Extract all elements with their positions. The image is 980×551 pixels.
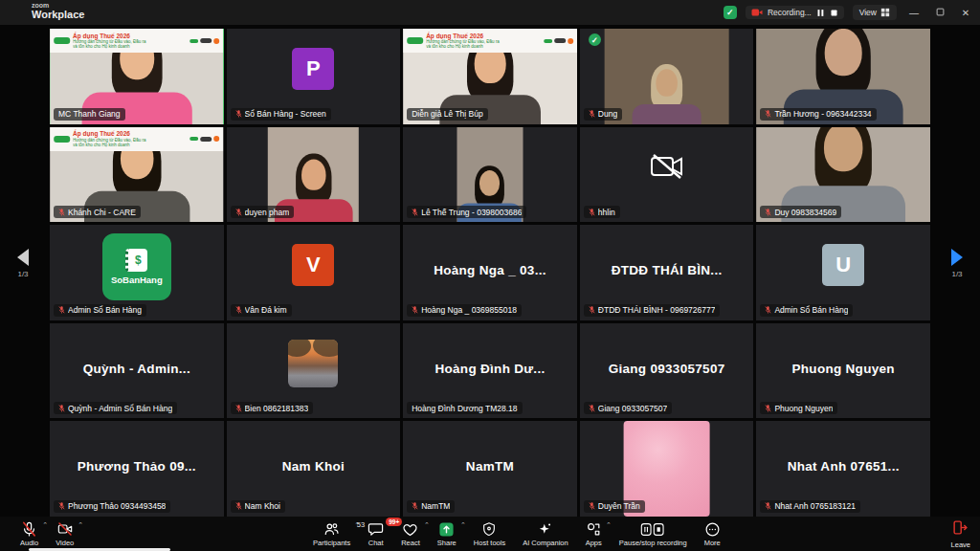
participant-name: Sổ Bán Hàng - Screen <box>245 109 326 119</box>
person-face <box>656 69 678 97</box>
participant-tile[interactable]: Áp dụng Thuế 2026Hướng dẫn chứng từ Đầu … <box>403 29 577 124</box>
chat-label: Chat <box>368 539 384 547</box>
participant-tile[interactable]: Hoàng Đình Dư...Hoàng Đình Dương TM28.18 <box>403 323 577 419</box>
participant-name-label: duyen pham <box>231 206 295 218</box>
zoom-logo: zoom <box>32 2 84 9</box>
sponsor-logo-green <box>544 39 552 43</box>
apps-label: Apps <box>586 539 602 547</box>
webinar-banner: Áp dụng Thuế 2026Hướng dẫn chứng từ Đầu … <box>50 127 224 151</box>
sponsor-logo-orange <box>568 38 573 44</box>
host-tools-label: Host tools <box>474 539 505 547</box>
participant-name: Admin Sổ Bán Hàng <box>774 305 848 315</box>
participant-name: Diễn giả Lê Thị Búp <box>412 109 483 119</box>
muted-mic-icon <box>235 501 242 511</box>
toolbar-button-more[interactable]: More <box>696 517 729 551</box>
stop-recording-icon[interactable] <box>830 9 838 17</box>
close-button[interactable]: ✕ <box>957 8 974 18</box>
participant-tile[interactable]: Phương Thảo 09...Phương Thảo 0934493458 <box>50 421 224 517</box>
encryption-shield-icon[interactable]: ✓ <box>724 6 737 19</box>
sponsor-logo-dark <box>201 137 212 142</box>
leave-button[interactable]: Leave <box>951 517 970 551</box>
participant-tile[interactable]: Quỳnh - Admin...Quỳnh - Admin Sổ Bán Hàn… <box>50 323 224 419</box>
participant-tile[interactable]: ✓Dung <box>580 29 754 124</box>
host-tools-icon <box>481 521 497 538</box>
react-icon <box>402 521 418 538</box>
participant-tile[interactable]: Duyên Trần <box>580 421 754 517</box>
participant-tile[interactable]: hhlin <box>580 127 754 223</box>
muted-mic-icon <box>765 404 771 413</box>
participant-tile[interactable]: Bien 0862181383 <box>227 323 401 419</box>
toolbar-button-participants[interactable]: Participants⌃53 <box>304 517 359 551</box>
participant-tile[interactable]: PSổ Bán Hàng - Screen <box>227 29 401 124</box>
banner-subtitle-2: và tồn kho cho Hộ kinh doanh <box>426 44 541 49</box>
participant-tile[interactable]: Áp dụng Thuế 2026Hướng dẫn chứng từ Đầu … <box>50 29 224 124</box>
participant-tile[interactable]: Áp dụng Thuế 2026Hướng dẫn chứng từ Đầu … <box>50 127 224 223</box>
chevron-up-icon[interactable]: ⌃ <box>78 521 83 529</box>
pause-recording-icon[interactable] <box>816 9 825 17</box>
toolbar-button-chat[interactable]: Chat⌃99+ <box>359 517 392 551</box>
participant-name-label: Duyên Trần <box>584 500 645 513</box>
toolbar-button-recording[interactable]: Pause/stop recording <box>611 517 696 551</box>
more-label: More <box>704 539 721 547</box>
participant-tile[interactable]: $SoBanHangAdmin Sổ Bán Hàng <box>50 225 224 320</box>
participant-tile[interactable]: Nhat Anh 07651...Nhat Anh 0765183121 <box>756 421 930 517</box>
sponsor-logo-orange <box>214 136 220 142</box>
person-silhouette <box>633 64 702 124</box>
participant-tile[interactable]: UAdmin Sổ Bán Hàng <box>756 225 930 320</box>
photo-avatar <box>288 340 338 387</box>
participant-tile[interactable]: duyen pham <box>227 127 401 223</box>
participant-name: Nam Khoi <box>245 501 280 511</box>
participant-tile[interactable]: NamTMNamTM <box>403 421 577 517</box>
titlebar-right-controls: ✓ Recording... View — ✕ <box>724 0 974 25</box>
participant-tile[interactable]: Phuong NguyenPhuong Nguyen <box>756 323 930 419</box>
participant-name-label: Quỳnh - Admin Sổ Bán Hàng <box>54 402 177 414</box>
participant-tile[interactable]: Nam KhoiNam Khoi <box>227 421 401 517</box>
participant-tile[interactable]: Lê Thế Trung - 0398003686 <box>403 127 577 223</box>
minimize-button[interactable]: — <box>905 8 923 18</box>
react-label: React <box>401 539 420 547</box>
participant-name: Phuong Nguyen <box>774 404 833 413</box>
muted-mic-icon <box>58 208 65 217</box>
participant-name-label: ĐTDĐ THÁI BÌNH - 0969726777 <box>584 304 721 317</box>
banner-title: Áp dụng Thuế 2026 <box>73 33 188 39</box>
participant-tile[interactable]: Hoàng Nga _ 03...Hoàng Nga _ 0369855018 <box>403 225 577 320</box>
participant-name-label: Sổ Bán Hàng - Screen <box>231 108 331 121</box>
toolbar-button-apps[interactable]: Apps⌃ <box>577 517 611 551</box>
participant-name-text: Hoàng Đình Dư... <box>403 362 577 376</box>
recording-status-text: Recording... <box>768 8 812 17</box>
maximize-button[interactable] <box>931 8 948 18</box>
participant-name-label: Phuong Nguyen <box>760 402 837 414</box>
next-page-button[interactable]: 1/3 <box>938 249 976 278</box>
banner-brand-tag <box>54 136 70 143</box>
prev-page-button[interactable]: 1/3 <box>4 249 42 278</box>
toolbar-button-ai-companion[interactable]: AI Companion <box>514 517 577 551</box>
toolbar-button-share[interactable]: Share⌃ <box>429 517 465 551</box>
participant-tile[interactable]: Duy 0983834569 <box>756 127 930 223</box>
participant-tile[interactable]: Giang 0933057507Giang 0933057507 <box>580 323 754 419</box>
titlebar: zoom Workplace ✓ Recording... View — ✕ <box>0 0 980 25</box>
view-button[interactable]: View <box>853 5 897 20</box>
participant-tile[interactable]: Trần Hương - 0963442334 <box>756 29 930 124</box>
recording-label: Pause/stop recording <box>619 539 687 547</box>
participant-name-text: Phương Thảo 09... <box>50 459 224 474</box>
participant-name-text: Nhat Anh 07651... <box>756 459 930 474</box>
participant-tile[interactable]: ĐTDĐ THÁI BÌN...ĐTDĐ THÁI BÌNH - 0969726… <box>580 225 754 320</box>
toolbar-button-audio[interactable]: Audio⌃ <box>11 517 47 551</box>
webinar-banner: Áp dụng Thuế 2026Hướng dẫn chứng từ Đầu … <box>403 29 577 53</box>
muted-mic-icon <box>589 305 595 315</box>
muted-mic-icon <box>235 404 242 413</box>
participant-tile[interactable]: VVân Đá kim <box>227 225 401 320</box>
participant-name: hhlin <box>598 208 615 217</box>
participant-name-text: Phuong Nguyen <box>756 362 930 376</box>
participant-name-label: Khánh Chi - CARE <box>54 206 141 218</box>
muted-mic-icon <box>58 501 65 511</box>
person-shirt <box>633 104 702 124</box>
toolbar-button-video[interactable]: Video⌃ <box>47 517 82 551</box>
toolbar-button-react[interactable]: React⌃ <box>392 517 429 551</box>
participant-name-label: Duy 0983834569 <box>760 206 841 218</box>
webinar-banner: Áp dụng Thuế 2026Hướng dẫn chứng từ Đầu … <box>50 29 224 53</box>
page-indicator-left: 1/3 <box>4 270 42 278</box>
toolbar-button-host-tools[interactable]: Host tools <box>465 517 514 551</box>
muted-mic-icon <box>235 208 242 217</box>
share-icon <box>438 521 455 538</box>
